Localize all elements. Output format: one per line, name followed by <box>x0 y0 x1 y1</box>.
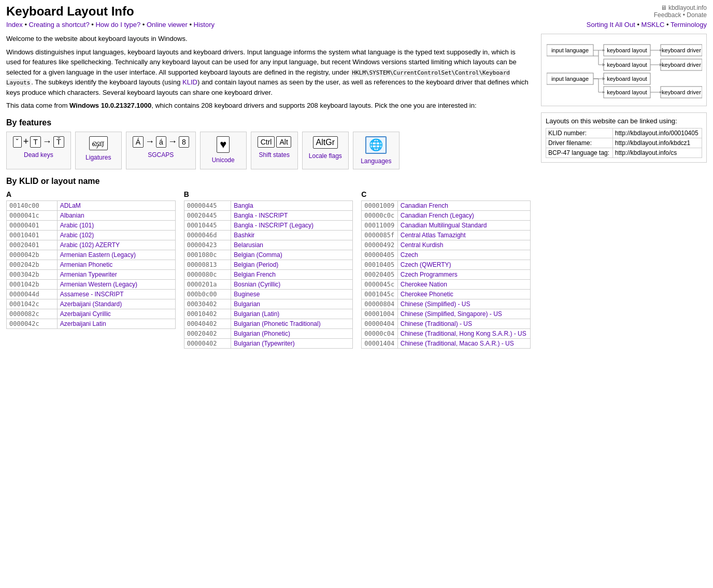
layout-diagram: input language keyboard layout keyboard … <box>547 39 702 99</box>
layout-link-00000804[interactable]: Chinese (Simplified) - US <box>401 300 470 308</box>
layout-link-00020405[interactable]: Czech Programmers <box>401 271 458 278</box>
languages-link[interactable]: Languages <box>361 157 391 165</box>
layout-link-0000041c[interactable]: Albanian <box>60 212 84 219</box>
column-heading-b: B <box>184 190 353 198</box>
nav-creating-shortcut[interactable]: Creating a shortcut? <box>29 21 90 28</box>
layout-link-0000201a[interactable]: Bosnian (Cyrillic) <box>234 281 280 288</box>
svg-text:input language: input language <box>551 76 589 82</box>
layout-link-000b0c00[interactable]: Buginese <box>234 291 260 298</box>
column-a: A00140c00ADLaM0000041cAlbanian00000401Ar… <box>6 190 176 349</box>
layout-link-00140c00[interactable]: ADLaM <box>60 202 81 209</box>
ligatures-link[interactable]: Ligatures <box>85 154 111 161</box>
nav-how-do-i-type[interactable]: How do I type? <box>95 21 140 28</box>
layout-link-00010445[interactable]: Bangla - INSCRIPT (Legacy) <box>234 222 313 229</box>
layout-link-00001009[interactable]: Canadian French <box>401 202 448 209</box>
layout-link-00040402[interactable]: Bulgarian (Phonetic Traditional) <box>234 320 320 327</box>
shift-states-link[interactable]: Shift states <box>259 151 290 159</box>
features-grid: ˘ + T → T̆ Dead keys ஷர Ligatures Á → <box>6 132 531 169</box>
layout-link-00001004[interactable]: Chinese (Simplified, Singapore) - US <box>401 310 502 318</box>
right-content: input language keyboard layout keyboard … <box>541 34 707 349</box>
svg-text:keyboard layout: keyboard layout <box>607 62 647 68</box>
table-row: 0000042bArmenian Eastern (Legacy) <box>7 250 176 260</box>
nav-online-viewer[interactable]: Online viewer <box>147 21 188 28</box>
layout-link-00000402[interactable]: Bulgarian (Typewriter) <box>234 340 294 347</box>
table-row: 00020405Czech Programmers <box>362 269 531 279</box>
layout-link-00000445[interactable]: Bangla <box>234 202 253 209</box>
klid-table-a: 00140c00ADLaM0000041cAlbanian00000401Ara… <box>6 200 176 329</box>
layout-link-00020445[interactable]: Bangla - INSCRIPT <box>234 212 288 219</box>
layout-link-0000044d[interactable]: Assamese - INSCRIPT <box>60 291 124 298</box>
nav-sorting[interactable]: Sorting It All Out <box>587 21 635 28</box>
layout-link-0000082c[interactable]: Azerbaijani Cyrillic <box>60 310 111 318</box>
table-row: 0001042bArmenian Western (Legacy) <box>7 279 176 289</box>
ligatures-display: ஷர <box>82 136 115 150</box>
version-text: Windows 10.0.21327.1000 <box>69 102 151 109</box>
table-row: 00020401Arabic (102) AZERTY <box>7 240 176 250</box>
layout-link-0001080c[interactable]: Belgian (Comma) <box>234 251 282 259</box>
feature-languages: 🌐 Languages <box>353 132 400 169</box>
table-row: 0000080cBelgian French <box>184 269 353 279</box>
table-row: 0001042cAzerbaijani (Standard) <box>7 299 176 309</box>
column-heading-a: A <box>6 190 176 198</box>
table-row: 00000401Arabic (101) <box>7 220 176 230</box>
table-row: 00020445Bangla - INSCRIPT <box>184 210 353 220</box>
nav-links: Index • Creating a shortcut? • How do I … <box>6 21 707 28</box>
table-row: 0002042bArmenian Phonetic <box>7 260 176 269</box>
layout-link-00000c0c[interactable]: Canadian French (Legacy) <box>401 212 474 219</box>
layout-link-0002042b[interactable]: Armenian Phonetic <box>60 261 112 268</box>
layout-link-00000401[interactable]: Arabic (101) <box>60 222 94 229</box>
columns-wrapper: A00140c00ADLaM0000041cAlbanian00000401Ar… <box>6 190 531 349</box>
layout-link-0000042b[interactable]: Armenian Eastern (Legacy) <box>60 251 136 259</box>
layout-link-0000046d[interactable]: Bashkir <box>234 232 254 239</box>
table-row: 0003042bArmenian Typewriter <box>7 269 176 279</box>
intro-line1: Welcome to the website about keyboard la… <box>6 34 531 44</box>
layout-link-0001042b[interactable]: Armenian Western (Legacy) <box>60 281 137 288</box>
layout-link-00030402[interactable]: Bulgarian <box>234 300 260 308</box>
locale-flags-link[interactable]: Locale flags <box>309 152 342 160</box>
layout-link-0000080c[interactable]: Belgian French <box>234 271 276 278</box>
layout-link-0001045c[interactable]: Cherokee Phonetic <box>401 291 453 298</box>
layout-link-00020402[interactable]: Bulgarian (Phonetic) <box>234 330 290 337</box>
layout-link-0000042c[interactable]: Azerbaijani Latin <box>60 320 106 327</box>
layout-link-00010405[interactable]: Czech (QWERTY) <box>401 261 451 268</box>
nav-index[interactable]: Index <box>6 21 23 28</box>
layout-link-00000c04[interactable]: Chinese (Traditional, Hong Kong S.A.R.) … <box>401 330 526 337</box>
table-row: 00040402Bulgarian (Phonetic Traditional) <box>184 319 353 328</box>
layout-link-00001404[interactable]: Chinese (Traditional, Macao S.A.R.) - US <box>401 340 514 347</box>
klid-section: By KLID or layout name A00140c00ADLaM000… <box>6 177 531 349</box>
layout-link-0000045c[interactable]: Cherokee Nation <box>401 281 447 288</box>
table-row: 0000082cAzerbaijani Cyrillic <box>7 309 176 319</box>
intro-version: This data come from Windows 10.0.21327.1… <box>6 101 531 111</box>
nav-history[interactable]: History <box>194 21 215 28</box>
table-row: 00011009Canadian Multilingual Standard <box>362 220 531 230</box>
svg-text:keyboard layout: keyboard layout <box>607 47 647 53</box>
layout-link-0000085f[interactable]: Central Atlas Tamazight <box>401 232 466 239</box>
layout-link-00020401[interactable]: Arabic (102) AZERTY <box>60 241 120 249</box>
layout-link-00000492[interactable]: Central Kurdish <box>401 241 444 249</box>
table-row: 00000405Czech <box>362 250 531 260</box>
klid-link[interactable]: KLID <box>182 78 197 86</box>
table-row: 00000404Chinese (Traditional) - US <box>362 319 531 328</box>
layout-link-00000404[interactable]: Chinese (Traditional) - US <box>401 320 472 327</box>
shift-states-display: Ctrl Alt <box>258 136 291 148</box>
layout-link-00000813[interactable]: Belgian (Period) <box>234 261 278 268</box>
layout-link-0003042b[interactable]: Armenian Typewriter <box>60 271 117 278</box>
svg-text:keyboard driver: keyboard driver <box>662 62 701 68</box>
layout-link-00011009[interactable]: Canadian Multilingual Standard <box>401 222 487 229</box>
table-row: 0000046dBashkir <box>184 230 353 240</box>
site-logo: 🖥 kbdlayout.info Feedback • Donate <box>654 4 707 19</box>
layout-link-00010401[interactable]: Arabic (102) <box>60 232 94 239</box>
layout-link-00010402[interactable]: Bulgarian (Latin) <box>234 310 279 318</box>
sgcaps-link[interactable]: SGCAPS <box>148 151 174 159</box>
nav-terminology[interactable]: Terminology <box>671 21 707 28</box>
dead-keys-link[interactable]: Dead keys <box>24 151 53 159</box>
table-row: 00000402Bulgarian (Typewriter) <box>184 338 353 348</box>
layout-link-00000423[interactable]: Belarusian <box>234 241 263 249</box>
link-info-row-klid: KLID number: http://kbdlayout.info/00010… <box>546 128 702 138</box>
nav-msklc[interactable]: MSKLC <box>641 21 665 28</box>
nav-left: Index • Creating a shortcut? • How do I … <box>6 21 215 28</box>
dead-keys-display: ˘ + T → T̆ <box>13 136 64 148</box>
layout-link-00000405[interactable]: Czech <box>401 251 418 259</box>
layout-link-0001042c[interactable]: Azerbaijani (Standard) <box>60 300 122 308</box>
unicode-link[interactable]: Unicode <box>212 156 235 164</box>
